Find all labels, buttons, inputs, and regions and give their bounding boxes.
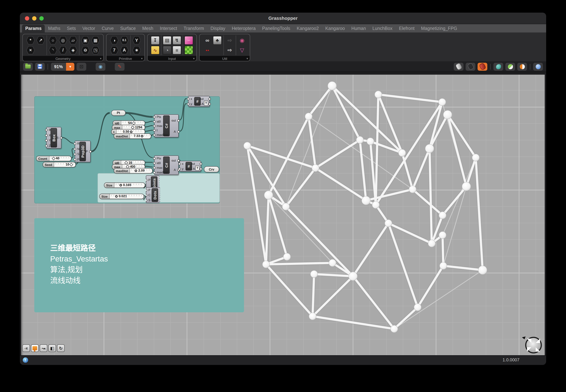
menu-tab-lunchbox[interactable]: LunchBox xyxy=(369,25,396,32)
pop3d-component[interactable]: Pop3DRNSPP xyxy=(75,141,90,162)
slider-maxdist-7.33[interactable]: maxDist7.33 xyxy=(114,133,151,139)
csharp-small-top[interactable]: #xyoutAY xyxy=(188,96,210,107)
input-port-y[interactable]: y xyxy=(191,102,192,106)
input-port-y[interactable]: y xyxy=(182,167,184,170)
group-expand-arrow-icon[interactable]: ▾ xyxy=(100,57,102,60)
menu-tab-panelingtools[interactable]: PanelingTools xyxy=(259,25,294,32)
menu-tab-sets[interactable]: Sets xyxy=(63,25,79,32)
glasses-icon[interactable]: ∞ xyxy=(203,36,212,45)
output-port-dot[interactable] xyxy=(208,98,211,100)
output-port-A[interactable]: A xyxy=(193,167,195,170)
remote-control-panel-button[interactable] xyxy=(533,63,543,70)
input-port-maxDist[interactable]: maxDist xyxy=(157,133,168,137)
note-panel[interactable]: 三维最短路径 Petras_Vestartas 算法,规划 流线动线 xyxy=(34,218,244,312)
text-icon[interactable]: A xyxy=(120,46,129,55)
group-expand-arrow-icon[interactable]: ▾ xyxy=(247,57,248,60)
wire-display-button[interactable]: ↝ xyxy=(40,344,47,352)
menu-tab-maths[interactable]: Maths xyxy=(45,25,63,32)
input-port-dot[interactable] xyxy=(178,163,181,165)
input-port-t[interactable]: t xyxy=(157,128,158,132)
input-port-dot[interactable] xyxy=(74,143,76,145)
grasshopper-canvas[interactable]: BoxBXYZBPop3DRNSPPC#Ptsid0maxtmaxDistout… xyxy=(21,75,545,356)
preview-off-button[interactable] xyxy=(454,63,463,70)
input-port-Z[interactable]: Z xyxy=(49,144,51,148)
box-icon[interactable]: ▣ xyxy=(81,36,90,45)
output-port-A[interactable]: A xyxy=(174,168,176,172)
slider-track[interactable]: 2.09 xyxy=(130,168,152,173)
panel-widget-button[interactable]: ◧ xyxy=(48,344,56,352)
output-port-dot[interactable] xyxy=(208,103,211,105)
input-port-dot[interactable] xyxy=(45,139,48,142)
cylinder-icon[interactable]: ⊖ xyxy=(81,46,90,55)
data-icon[interactable]: ∗ xyxy=(132,46,141,55)
menu-tab-surface[interactable]: Surface xyxy=(117,25,139,32)
spiral-icon[interactable]: ◎ xyxy=(59,36,68,45)
dots-display-component[interactable]: DotsP((CSLazy xyxy=(146,187,160,203)
menu-tab-vector[interactable]: Vector xyxy=(79,25,99,32)
input-port-dot[interactable] xyxy=(187,103,190,105)
slider-knob[interactable] xyxy=(141,135,143,137)
output-port-out[interactable]: out xyxy=(199,97,204,101)
flask-icon[interactable]: ▽ xyxy=(238,46,247,55)
input-port-dot[interactable] xyxy=(74,148,76,150)
mesh-icon[interactable]: ▦ xyxy=(91,36,100,45)
input-port-dot[interactable] xyxy=(153,171,156,174)
slider-knob[interactable] xyxy=(70,163,73,167)
lattice-icon[interactable]: ◈ xyxy=(69,46,78,55)
preview-colour-button[interactable] xyxy=(517,63,527,70)
output-port-P[interactable]: P xyxy=(86,150,88,153)
slider-track[interactable]: 40 xyxy=(49,156,71,161)
slider-track[interactable]: 0.165 xyxy=(114,183,145,187)
path-icon[interactable]: Y xyxy=(132,36,141,45)
open-file-button[interactable] xyxy=(23,63,33,70)
menu-tab-magnetizing_fpg[interactable]: Magnetizing_FPG xyxy=(418,25,461,32)
slider-knob[interactable] xyxy=(115,195,118,198)
input-port-dot[interactable] xyxy=(153,162,156,164)
input-port-dot[interactable] xyxy=(153,125,156,127)
input-port-dot[interactable] xyxy=(153,129,156,132)
arc-icon[interactable]: ◝ xyxy=(48,46,57,55)
menu-tab-transform[interactable]: Transform xyxy=(180,25,207,32)
input-port-x[interactable]: x xyxy=(182,162,184,166)
input-port-dot[interactable] xyxy=(178,168,181,170)
slider-knob[interactable] xyxy=(119,184,122,186)
menu-tab-mesh[interactable]: Mesh xyxy=(139,25,156,32)
input-port-dot[interactable] xyxy=(74,158,76,161)
output-port-B[interactable]: B xyxy=(57,136,59,140)
input-port-R[interactable]: R xyxy=(77,142,79,145)
slider-knob[interactable] xyxy=(131,126,134,129)
input-port-x[interactable]: x xyxy=(191,97,192,101)
slider-track[interactable]: 0.021 xyxy=(110,194,144,199)
input-port-S[interactable]: S xyxy=(148,198,150,202)
brep-icon[interactable]: ◳ xyxy=(91,46,100,55)
input-port-P[interactable]: P xyxy=(77,158,79,161)
save-file-button[interactable] xyxy=(35,63,45,70)
input-port-id0[interactable]: id0 xyxy=(157,120,161,123)
input-port-B[interactable]: B xyxy=(49,128,51,132)
input-port-max[interactable]: max xyxy=(157,166,163,169)
box-component[interactable]: BoxBXYZB xyxy=(46,127,61,149)
fancy-wires-button[interactable] xyxy=(31,344,39,352)
input-port-id0[interactable]: id0 xyxy=(157,161,161,165)
input-port-N[interactable]: N xyxy=(77,147,79,151)
output-port-dot[interactable] xyxy=(177,130,180,133)
gradient-icon[interactable]: ∙–∙ xyxy=(184,36,193,45)
cherries-icon[interactable]: ●● xyxy=(203,46,212,55)
input-port-dot[interactable] xyxy=(74,153,76,156)
canvas-compass-widget[interactable] xyxy=(525,337,542,353)
menu-tab-heteroptera[interactable]: Heteroptera xyxy=(228,25,259,32)
menu-tab-kangaroo[interactable]: Kangaroo xyxy=(322,25,348,32)
arrow-light-icon[interactable]: ⇨ xyxy=(225,46,234,55)
input-port-dot[interactable] xyxy=(153,116,156,118)
slider-seed-10[interactable]: Seed10 xyxy=(43,162,76,167)
zoom-dropdown-button[interactable]: ▼ xyxy=(66,63,74,70)
input-port-dot[interactable] xyxy=(153,134,156,136)
slider-knob[interactable] xyxy=(130,131,133,133)
sketch-tool-button[interactable]: ✎ xyxy=(115,63,124,70)
slider-knob[interactable] xyxy=(135,169,137,172)
swatches-icon[interactable] xyxy=(184,46,193,55)
input-port-dot[interactable] xyxy=(187,98,190,100)
info-icon[interactable]: ! xyxy=(23,357,28,363)
slider-count-40[interactable]: Count40 xyxy=(36,156,72,161)
pt-param[interactable]: Pt xyxy=(111,110,126,116)
